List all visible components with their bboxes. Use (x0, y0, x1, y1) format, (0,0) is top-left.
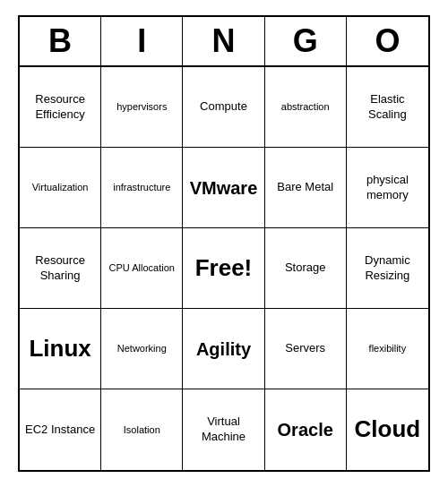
bingo-cell: hypervisors (101, 67, 183, 148)
bingo-cell: infrastructure (101, 148, 183, 228)
bingo-cell: Cloud (347, 389, 428, 470)
bingo-cell: Compute (183, 67, 264, 148)
bingo-card: BINGO Resource EfficiencyhypervisorsComp… (18, 15, 430, 472)
bingo-cell: Elastic Scaling (347, 67, 428, 148)
bingo-cell: Networking (101, 309, 183, 389)
header-letter: B (20, 17, 101, 65)
bingo-cell: EC2 Instance (20, 389, 101, 470)
bingo-cell: Virtual Machine (183, 389, 264, 470)
bingo-cell: Virtualization (20, 148, 101, 228)
bingo-cell: Free! (183, 228, 264, 309)
bingo-cell: physical memory (347, 148, 428, 228)
bingo-cell: Dynamic Resizing (347, 228, 428, 309)
bingo-cell: Storage (265, 228, 347, 309)
bingo-grid: Resource EfficiencyhypervisorsComputeabs… (20, 67, 428, 470)
header-letter: G (265, 17, 347, 65)
bingo-cell: abstraction (265, 67, 347, 148)
bingo-cell: Agility (183, 309, 264, 389)
bingo-cell: Isolation (101, 389, 183, 470)
bingo-cell: Servers (265, 309, 347, 389)
bingo-header: BINGO (20, 17, 428, 67)
bingo-cell: Linux (20, 309, 101, 389)
bingo-cell: VMware (183, 148, 264, 228)
bingo-cell: Oracle (265, 389, 347, 470)
bingo-cell: Resource Efficiency (20, 67, 101, 148)
bingo-cell: Bare Metal (265, 148, 347, 228)
bingo-cell: flexibility (347, 309, 428, 389)
header-letter: N (183, 17, 264, 65)
header-letter: O (347, 17, 428, 65)
bingo-cell: CPU Allocation (101, 228, 183, 309)
bingo-cell: Resource Sharing (20, 228, 101, 309)
header-letter: I (101, 17, 183, 65)
